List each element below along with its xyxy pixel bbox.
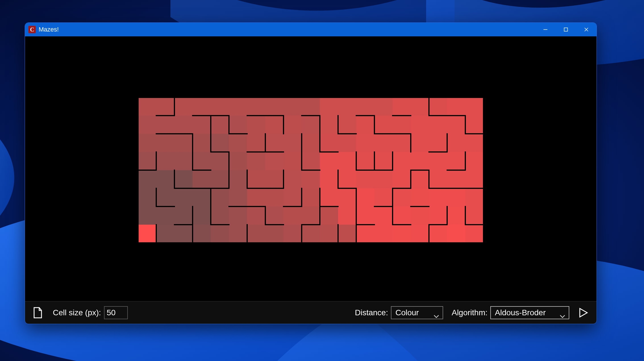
maze-cell (447, 170, 465, 188)
maze-cell (411, 116, 429, 134)
maze-cell (320, 170, 338, 188)
maze-cell (229, 206, 247, 225)
distance-select[interactable]: Colour (391, 306, 443, 319)
maze-cell (465, 170, 483, 188)
maze-cell (138, 170, 156, 188)
distance-label: Distance: (355, 308, 388, 317)
app-icon: C (28, 26, 36, 33)
maze-cell (174, 116, 193, 134)
maze-cell (229, 170, 247, 188)
maze-cell (247, 97, 265, 116)
titlebar[interactable]: C Mazes! (25, 23, 597, 36)
maze-cell (374, 170, 393, 188)
maze-cell (211, 116, 229, 134)
maze-cell (374, 152, 393, 170)
maze-cell (411, 206, 429, 225)
maze-cell (447, 206, 465, 225)
cell-size-label: Cell size (px): (53, 308, 101, 317)
maximize-button[interactable] (556, 23, 576, 36)
maze-cell (193, 170, 211, 188)
svg-rect-1 (564, 28, 568, 31)
close-button[interactable] (576, 23, 597, 36)
maze-cell (302, 97, 320, 116)
maze-cell (393, 188, 411, 206)
maze-cell (356, 134, 374, 152)
maze-cell (156, 225, 174, 243)
maze-cell (447, 225, 465, 243)
maze-cell (447, 152, 465, 170)
maze-cell (320, 116, 338, 134)
window-title: Mazes! (39, 26, 59, 33)
maze-cell (411, 134, 429, 152)
maze-cell (284, 188, 302, 206)
toolbar: Cell size (px): Distance: Colour Algorit… (25, 301, 597, 324)
maze-cell (411, 97, 429, 116)
maze-cell (338, 206, 356, 225)
maze-cell (411, 225, 429, 243)
maze-cell (265, 152, 284, 170)
maze-cell (393, 206, 411, 225)
maze-cell (320, 134, 338, 152)
maze-cell (302, 206, 320, 225)
minimize-button[interactable] (535, 23, 556, 36)
maze-cell (447, 116, 465, 134)
maze-cell (302, 188, 320, 206)
maze-cell (320, 225, 338, 243)
maze-cell (356, 206, 374, 225)
maze-cell (393, 97, 411, 116)
maze-cell (138, 152, 156, 170)
maze-cell (284, 206, 302, 225)
maze-cell (338, 170, 356, 188)
maze-cell (338, 152, 356, 170)
maze-canvas (138, 97, 483, 243)
algorithm-select[interactable]: Aldous-Broder (490, 306, 569, 319)
maze-cell (465, 225, 483, 243)
maze-cell (265, 188, 284, 206)
maze-cell (156, 170, 174, 188)
algorithm-value: Aldous-Broder (495, 308, 546, 317)
maze-cell (193, 97, 211, 116)
maze-cell (356, 188, 374, 206)
maze-cell (302, 170, 320, 188)
maze-cell (247, 188, 265, 206)
maze-cell (338, 116, 356, 134)
maze-cell (156, 116, 174, 134)
maze-cell (284, 134, 302, 152)
maze-cell (265, 225, 284, 243)
maze-cell (247, 116, 265, 134)
maze-cell (374, 225, 393, 243)
maze-cell (138, 225, 156, 243)
maze-cell (193, 206, 211, 225)
maze-cell (174, 170, 193, 188)
maze-cell (284, 97, 302, 116)
maze-cell (229, 116, 247, 134)
maze-cell (247, 206, 265, 225)
maze-cell (429, 152, 447, 170)
maze-cell (138, 116, 156, 134)
maze-cell (465, 152, 483, 170)
maze-cell (465, 206, 483, 225)
maze-cell (447, 188, 465, 206)
maze-cell (193, 116, 211, 134)
maze-cell (429, 97, 447, 116)
maze-cell (156, 206, 174, 225)
maze-cell (338, 97, 356, 116)
maze-cell (411, 170, 429, 188)
algorithm-label: Algorithm: (452, 308, 487, 317)
maze-cell (320, 97, 338, 116)
run-button[interactable] (577, 306, 590, 319)
maze-cell (138, 188, 156, 206)
maze-cell (320, 188, 338, 206)
maze-cell (174, 97, 193, 116)
maze-cell (447, 97, 465, 116)
maze-cell (465, 116, 483, 134)
maze-cell (465, 97, 483, 116)
new-maze-button[interactable] (32, 307, 44, 319)
cell-size-input[interactable] (104, 306, 128, 319)
maze-cell (429, 170, 447, 188)
maze-cell (338, 188, 356, 206)
maze-cell (447, 134, 465, 152)
maze-cell (211, 225, 229, 243)
maze-cell (393, 225, 411, 243)
maze-cell (211, 97, 229, 116)
